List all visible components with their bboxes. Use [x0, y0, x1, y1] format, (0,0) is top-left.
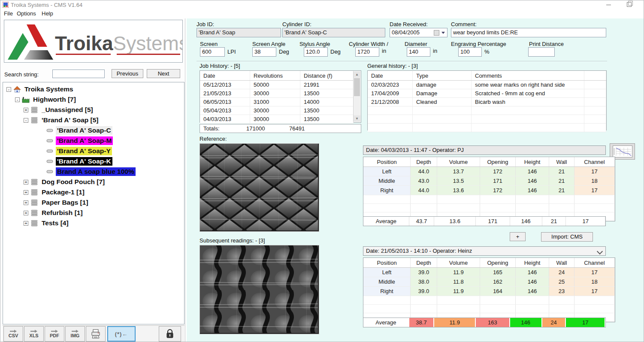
calendar-icon [434, 30, 439, 36]
expander-icon[interactable]: - [24, 118, 28, 123]
export-img-button[interactable]: IMG [65, 326, 85, 342]
tree-item-tests[interactable]: + Tests [4] [3, 218, 184, 228]
table-cell [574, 195, 615, 204]
table-row[interactable]: 21/05/20133000013500 [200, 89, 354, 98]
column-header: Opening [480, 157, 516, 167]
engraving-percentage-unit: % [484, 48, 490, 55]
previous-button[interactable]: Previous [112, 69, 143, 78]
detail-panel: Job ID: 'Brand A' Soap Cylinder ID: 'Bra… [187, 18, 644, 342]
tree-item-brand-a-soap-y[interactable]: 'Brand A' Soap-Y [3, 146, 184, 156]
recalc-button[interactable]: (*)← [107, 326, 136, 342]
tree-item-dog-food-pouch[interactable]: + Dog Food Pouch [7] [3, 177, 184, 187]
menu-options[interactable]: Options [17, 10, 36, 17]
date-received-field[interactable]: 08/04/2005 [390, 28, 447, 37]
tree-item-brand-a-soap-c[interactable]: 'Brand A' Soap-C [3, 125, 184, 136]
totals-label: Totals: [200, 124, 243, 133]
chevron-down-icon[interactable] [597, 248, 603, 254]
column-header[interactable]: Distance (f) [300, 71, 354, 81]
scroll-down-icon[interactable]: ▼ [354, 115, 360, 122]
column-header: Height [516, 157, 549, 167]
tree-item-refurbish[interactable]: + Refurbish [1] [3, 208, 184, 218]
table-row[interactable]: 17/04/2009DamageScratched - 9mm at cog e… [368, 89, 606, 98]
table-cell [472, 106, 584, 115]
date-dropdown-arrow-icon[interactable] [441, 32, 445, 34]
tree-item-paper-bags[interactable]: + Paper Bags [1] [3, 197, 184, 208]
print-distance-field[interactable] [528, 47, 555, 57]
reading2-header-dropdown[interactable]: Date: 21/05/2013 - 14:10 - Operator: Hei… [363, 246, 606, 256]
tree-item-troika-systems[interactable]: - Troika Systems [3, 84, 184, 94]
table-row[interactable]: 05/12/20135000021991 [200, 81, 354, 89]
scroll-up-icon[interactable]: ▲ [354, 71, 360, 78]
expander-icon[interactable]: + [24, 211, 28, 215]
table-row[interactable] [368, 106, 606, 115]
column-header[interactable]: Date [368, 71, 413, 81]
expander-icon[interactable]: + [24, 200, 28, 205]
column-header [584, 71, 606, 81]
tree-item-label: 'Brand A' Soap [5] [40, 116, 100, 124]
expander-icon[interactable]: - [15, 97, 20, 102]
table-cell: 43.0 [411, 176, 437, 186]
add-reading-button[interactable]: + [510, 232, 526, 241]
expander-icon[interactable]: + [24, 190, 28, 195]
cylinder-id-field[interactable]: 'Brand A' Soap-C [282, 28, 385, 37]
tree-item-brand-a-soap[interactable]: - 'Brand A' Soap [5] [3, 115, 184, 125]
scrollbar-thumb[interactable] [354, 78, 360, 96]
table-header-row: Position Depth Volume Opening Height Wal… [363, 258, 615, 268]
tree-item-package-1[interactable]: + Package-1 [1] [3, 187, 184, 197]
column-header[interactable]: Type [413, 71, 472, 81]
tree-item-brand-a-soap-blue[interactable]: Brand A soap blue 100% [3, 166, 184, 177]
export-csv-button[interactable]: CSV [3, 326, 23, 342]
table-cell: 38.0 [411, 277, 437, 287]
expander-icon[interactable]: - [6, 87, 11, 92]
column-header: Position [363, 157, 411, 167]
menu-help[interactable]: Help [42, 10, 53, 17]
menu-file[interactable]: File [4, 10, 13, 17]
column-header: Position [363, 258, 411, 268]
column-header[interactable]: Date [200, 71, 250, 81]
next-button[interactable]: Next [147, 69, 180, 78]
average-channel: 17 [566, 318, 605, 327]
screen-field[interactable]: 600 [200, 47, 225, 57]
title-bar: Troika Systems - CMS V1.64 [0, 0, 644, 9]
column-header[interactable]: Revolutions [250, 71, 300, 81]
date-received-label: Date Received: [390, 21, 428, 27]
lock-button[interactable] [159, 326, 181, 342]
table-row[interactable]: 21/12/2008CleanedBicarb wash [368, 98, 606, 106]
search-input[interactable] [52, 70, 105, 78]
print-button[interactable] [86, 326, 106, 342]
expander-icon[interactable]: + [24, 108, 28, 112]
table-row[interactable]: 04/03/20133000013500 [200, 115, 354, 124]
table-cell: 30000 [250, 115, 300, 124]
export-pdf-button[interactable]: PDF [45, 326, 64, 342]
table-row[interactable]: 05/04/20133000013500 [200, 106, 354, 115]
diameter-field[interactable]: 140 [407, 47, 430, 57]
cylinder-id-label: Cylinder ID: [282, 21, 311, 27]
expander-icon[interactable]: + [24, 221, 28, 226]
tree-item-label: 'Brand A' Soap-C [56, 126, 112, 135]
table-cell: 06/05/2013 [200, 98, 250, 106]
cylinder-width-field[interactable]: 1720 [355, 47, 379, 57]
column-header[interactable]: Comments [472, 71, 584, 81]
job-id-field[interactable]: 'Brand A' Soap [197, 28, 281, 37]
table-cell: 11.9 [437, 287, 480, 296]
table-row[interactable] [368, 115, 606, 124]
export-xls-button[interactable]: XLS [24, 326, 44, 342]
import-cms-button[interactable]: Import: CMS [541, 232, 593, 242]
average-wall: 21 [542, 217, 566, 226]
expander-icon[interactable]: + [24, 180, 28, 185]
restore-button[interactable] [622, 0, 636, 9]
tree-item-brand-a-soap-k[interactable]: 'Brand A' Soap-K [3, 156, 184, 166]
minimize-button[interactable] [601, 0, 616, 9]
stylus-angle-field[interactable]: 120.0 [304, 47, 328, 57]
screen-angle-field[interactable]: 38 [252, 47, 276, 57]
tree-item-brand-a-soap-m[interactable]: 'Brand A' Soap-M [3, 136, 184, 146]
table-row[interactable]: 06/05/20133100014000 [200, 98, 354, 106]
tree-item-highworth[interactable]: - Highworth [7] [3, 94, 184, 105]
table-row[interactable] [368, 124, 606, 132]
engraving-percentage-field[interactable]: 100 [458, 47, 482, 57]
table-cell [413, 124, 472, 132]
comment-field[interactable]: wear beyond limits DE:RE [451, 28, 606, 37]
table-row[interactable]: 02/03/2023damagesome wear marks on right… [368, 81, 606, 89]
tree-item-unassigned[interactable]: + _Unassigned [5] [3, 105, 184, 115]
scrollbar[interactable]: ▲ ▼ [353, 71, 360, 122]
